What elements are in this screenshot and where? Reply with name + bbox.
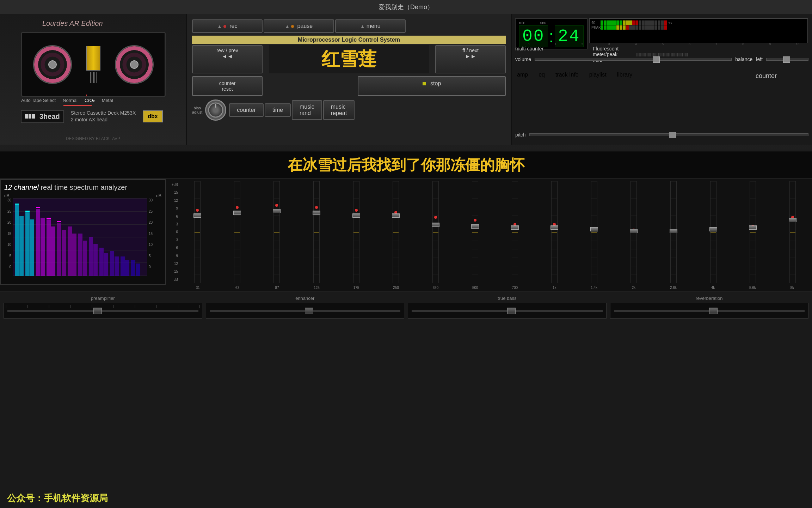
eq-line	[353, 258, 359, 258]
eq-line	[631, 215, 636, 216]
analyzer-scale-right: 302520151050	[149, 198, 156, 276]
rec-button[interactable]: ▲ rec	[192, 19, 263, 33]
eq-fader-thumb-4[interactable]	[352, 213, 360, 218]
eq-line	[750, 190, 756, 190]
eq-channel-14	[733, 181, 773, 283]
eq-fader-thumb-7[interactable]	[471, 224, 479, 229]
eq-fader-thumb-15[interactable]	[789, 218, 796, 222]
eq-line	[472, 198, 478, 199]
eq-fader-track-12	[670, 181, 677, 283]
eq-fader-thumb-14[interactable]	[749, 225, 757, 230]
freq-125: 125	[297, 286, 336, 290]
eq-fader-thumb-1[interactable]	[233, 211, 241, 215]
pitch-slider-thumb[interactable]	[669, 132, 676, 138]
eq-line	[393, 274, 399, 275]
eq-line	[314, 198, 319, 199]
selector-auto[interactable]: Auto Tape Select	[21, 98, 56, 103]
eq-line	[552, 283, 557, 283]
eq-line	[552, 258, 557, 258]
led-cell	[658, 25, 660, 30]
menu-button[interactable]: ▲ menu	[335, 19, 406, 33]
eq-line	[512, 181, 518, 182]
volume-slider-track	[535, 58, 732, 61]
rew-button[interactable]: rew / prev ◄◄	[192, 45, 263, 73]
eq-fader-thumb-3[interactable]	[313, 211, 320, 215]
eq-fader-thumb-8[interactable]	[511, 225, 519, 230]
selector-metal[interactable]: Metal	[102, 98, 113, 103]
eq-line	[591, 274, 597, 275]
playlist-button[interactable]: playlist	[588, 71, 608, 79]
reverberation-slider-thumb[interactable]	[709, 308, 718, 314]
eq-fader-track-8	[512, 181, 518, 283]
eq-fader-thumb-6[interactable]	[432, 223, 439, 227]
eq-line	[710, 249, 716, 249]
eq-fader-thumb-10[interactable]	[590, 227, 598, 231]
eq-fader-thumb-12[interactable]	[670, 229, 677, 233]
eq-line	[274, 266, 279, 266]
eq-fader-thumb-0[interactable]	[193, 213, 201, 218]
true-bass-slider-track	[412, 310, 603, 312]
stop-button[interactable]: stop	[358, 76, 506, 96]
counter-reset-button[interactable]: counterreset	[192, 76, 263, 96]
rew-arrow: ◄◄	[193, 53, 262, 60]
eq-line	[512, 190, 518, 190]
svg-rect-23	[89, 237, 93, 276]
eq-line	[591, 198, 597, 199]
amp-button[interactable]: amp	[515, 71, 530, 79]
track-info-button[interactable]: track Info	[554, 71, 580, 79]
library-button[interactable]: library	[615, 71, 634, 79]
counter-button[interactable]: counter	[229, 103, 263, 117]
spectrum-svg	[13, 198, 147, 276]
led-cell	[645, 25, 648, 30]
eq-fader-thumb-9[interactable]	[550, 225, 558, 230]
eq-line	[234, 215, 240, 216]
led-cell	[620, 20, 622, 25]
led-cell	[651, 20, 654, 25]
true-bass-slider-thumb[interactable]	[507, 308, 516, 314]
music-rand-button[interactable]: musicrand	[292, 100, 322, 120]
eq-fader-thumb-5[interactable]	[392, 213, 400, 218]
eq-fader-track-10	[591, 181, 597, 283]
analyzer-title-italic: 12 channel	[4, 183, 39, 191]
counter-stop-row: counterreset stop	[187, 74, 511, 98]
eq-line	[195, 181, 200, 182]
eq-line	[234, 283, 240, 283]
time-button[interactable]: time	[265, 103, 291, 117]
volume-slider-thumb[interactable]	[653, 56, 660, 63]
eq-line	[671, 190, 676, 190]
eq-fader-thumb-2[interactable]	[273, 209, 281, 213]
eq-fader-track-9	[551, 181, 558, 283]
eq-line	[631, 198, 636, 199]
eq-indicator-dot-3	[315, 206, 318, 209]
analyzer-title-rest: real time spectrum analyzer	[41, 183, 127, 191]
dbx-badge[interactable]: dbx	[143, 110, 162, 122]
eq-line	[591, 266, 597, 266]
eq-line	[790, 181, 795, 182]
ff-button[interactable]: ff / next ►►	[435, 45, 506, 73]
eq-line	[671, 215, 676, 216]
eq-channel-8	[496, 181, 535, 283]
music-repeat-button[interactable]: musicrepeat	[323, 100, 355, 120]
enhancer-slider-thumb[interactable]	[305, 308, 313, 314]
head-block-1	[25, 114, 28, 119]
selector-cro2[interactable]: CrO₂	[85, 98, 95, 103]
eq-channel-6	[416, 181, 455, 283]
eq-line	[710, 181, 716, 182]
eq-line	[234, 266, 240, 266]
menu-label: menu	[367, 23, 381, 29]
three-head-label: 3head	[39, 113, 60, 121]
eq-line	[750, 232, 756, 232]
eq-fader-thumb-11[interactable]	[630, 229, 638, 233]
eq-fader-track-3	[313, 181, 320, 283]
bias-knob[interactable]	[205, 99, 226, 121]
svg-rect-9	[15, 205, 19, 276]
eq-line	[274, 241, 279, 241]
balance-slider-thumb[interactable]	[783, 56, 790, 63]
eq-button[interactable]: eq	[537, 71, 547, 79]
svg-rect-35	[36, 207, 40, 208]
selector-normal[interactable]: Normal	[63, 98, 78, 103]
eq-fader-thumb-13[interactable]	[709, 227, 717, 231]
pause-button[interactable]: ▲ pause	[264, 19, 334, 33]
preamplifier-slider-thumb[interactable]	[93, 308, 102, 314]
eq-line	[552, 207, 557, 207]
